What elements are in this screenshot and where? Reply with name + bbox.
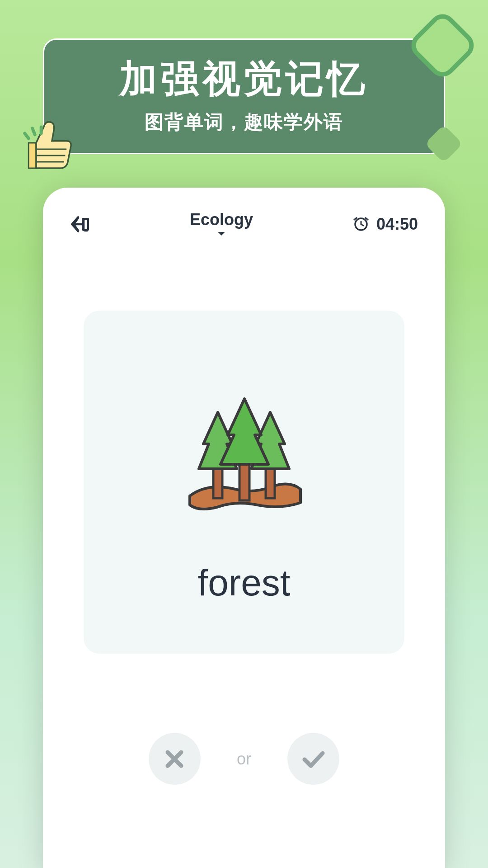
banner-title: 加强视觉记忆 [67,53,421,105]
svg-rect-2 [266,467,275,498]
flashcard-word: forest [197,561,290,604]
back-button[interactable] [70,214,90,234]
or-label: or [237,750,251,769]
promo-banner: 加强视觉记忆 图背单词，趣味学外语 [43,38,445,154]
flashcard[interactable]: forest [84,311,404,654]
forest-icon [181,392,307,519]
svg-rect-3 [239,462,249,500]
category-label: Ecology [190,210,253,229]
chevron-down-icon [217,230,226,238]
banner-subtitle: 图背单词，趣味学外语 [67,109,421,135]
timer-display: 04:50 [353,215,418,234]
app-header: Ecology 04:50 [61,210,427,238]
cross-icon [163,748,186,770]
reject-button[interactable] [149,733,201,785]
check-icon [301,748,326,770]
svg-rect-1 [213,467,222,498]
accept-button[interactable] [287,733,339,785]
clock-icon [353,215,369,233]
actions-row: or [61,733,427,785]
decoration-diamond-small [425,125,463,163]
timer-value: 04:50 [376,215,418,234]
phone-frame: Ecology 04:50 [43,188,445,868]
category-dropdown[interactable]: Ecology [190,210,253,238]
thumbs-up-icon [17,114,80,178]
